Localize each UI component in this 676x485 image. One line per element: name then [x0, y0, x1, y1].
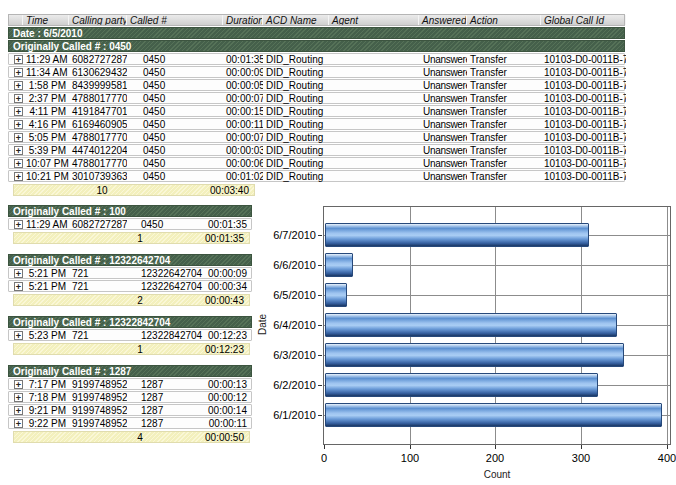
cell-time: 9:21 PM: [23, 405, 69, 416]
group-section: Originally Called # : 12322642704 + 5:21…: [8, 254, 252, 306]
col-answered: Answered: [419, 15, 467, 25]
cell-duration: 00:00:11: [223, 119, 263, 130]
expand-row-icon[interactable]: +: [14, 55, 23, 64]
y-tick-label: 6/2/2010: [252, 379, 316, 391]
y-tick-mark: [318, 415, 322, 416]
cell-calling-party: 9199748952: [69, 379, 127, 390]
cell-time: 10:07 PM: [23, 158, 69, 169]
expand-row-icon[interactable]: +: [14, 331, 23, 340]
expand-row-icon[interactable]: +: [14, 393, 23, 402]
expand-row-icon[interactable]: +: [14, 159, 23, 168]
expand-row-icon[interactable]: +: [14, 94, 23, 103]
expand-row-icon[interactable]: +: [14, 419, 23, 428]
cell-time: 9:22 PM: [23, 418, 69, 429]
cell-answered: Unanswered: [419, 106, 467, 117]
cell-global-call-id: 10103-D0-0011B-77E: [541, 158, 626, 169]
cell-global-call-id: 10103-D0-0011B-76F: [541, 67, 626, 78]
expand-row-icon[interactable]: +: [14, 172, 23, 181]
expand-row-icon[interactable]: +: [14, 68, 23, 77]
originally-called-band: Originally Called # : 0450: [8, 40, 625, 52]
y-tick-mark: [318, 385, 322, 386]
expand-row-icon[interactable]: +: [14, 133, 23, 142]
cell-time: 7:18 PM: [23, 392, 69, 403]
x-tick-mark: [410, 445, 411, 449]
cell-action: Transfer: [467, 93, 541, 104]
cell-duration: 00:00:07: [223, 93, 263, 104]
cell-acd-name: DID_Routing: [263, 106, 329, 117]
cell-duration: 00:00:13: [203, 379, 253, 390]
expand-row-icon[interactable]: +: [14, 107, 23, 116]
cell-duration: 00:00:07: [223, 132, 263, 143]
cell-calling-party: 9199748952: [69, 392, 127, 403]
expander-column-header: [9, 15, 23, 25]
cell-acd-name: DID_Routing: [263, 119, 329, 130]
col-time: Time: [23, 15, 69, 25]
cell-time: 11:34 AM: [23, 67, 69, 78]
col-duration: Duration: [223, 15, 263, 25]
cell-calling-party: 3010739363: [69, 171, 127, 182]
bar-6-6-2010: [325, 253, 353, 277]
summary-total-duration: 00:12:23: [205, 344, 244, 355]
cell-called: 12322642704: [127, 268, 203, 279]
expand-row-icon[interactable]: +: [14, 81, 23, 90]
bar-6-3-2010: [325, 343, 624, 367]
cell-answered: Unanswered: [419, 171, 467, 182]
bar-6-1-2010: [325, 403, 662, 427]
gridline-horizontal: [324, 265, 670, 266]
table-row: + 7:18 PM 9199748952 1287 00:00:12: [8, 391, 252, 403]
y-tick-mark: [318, 325, 322, 326]
cell-called: 0450: [127, 219, 203, 230]
cell-acd-name: DID_Routing: [263, 67, 329, 78]
cell-global-call-id: 10103-D0-0011B-773: [541, 119, 626, 130]
y-tick-label: 6/3/2010: [252, 349, 316, 361]
col-action: Action: [467, 15, 541, 25]
expand-row-icon[interactable]: +: [14, 406, 23, 415]
cell-calling-party: 9199748952: [69, 418, 127, 429]
gridline-horizontal: [324, 295, 670, 296]
cell-global-call-id: 10103-D0-0011B-772: [541, 106, 626, 117]
cell-called: 0450: [127, 158, 223, 169]
cell-time: 4:16 PM: [23, 119, 69, 130]
cell-duration: 00:00:12: [203, 392, 253, 403]
cell-acd-name: DID_Routing: [263, 171, 329, 182]
cell-time: 5:23 PM: [23, 330, 69, 341]
cell-called: 0450: [127, 106, 223, 117]
originally-called-band: Originally Called # : 1287: [8, 365, 252, 377]
cell-global-call-id: 10103-D0-0011B-768: [541, 54, 626, 65]
cell-duration: 00:00:09: [223, 67, 263, 78]
group-summary-row: 1 00:12:23: [13, 343, 250, 355]
table-row: + 11:29 AM 6082727287 0450 00:01:35: [8, 218, 252, 230]
date-group-band: Date : 6/5/2010: [8, 27, 625, 39]
cell-duration: 00:00:15: [223, 106, 263, 117]
cell-duration: 00:12:23: [203, 330, 253, 341]
cell-time: 10:21 PM: [23, 171, 69, 182]
table-row: + 5:05 PM 4788017770 0450 00:00:07 DID_R…: [8, 131, 625, 143]
x-axis-title: Count: [323, 469, 671, 480]
summary-total-duration: 00:00:43: [205, 295, 244, 306]
cell-called: 0450: [127, 54, 223, 65]
cell-time: 2:37 PM: [23, 93, 69, 104]
expand-row-icon[interactable]: +: [14, 380, 23, 389]
expand-row-icon[interactable]: +: [14, 269, 23, 278]
expand-row-icon[interactable]: +: [14, 146, 23, 155]
expand-row-icon[interactable]: +: [14, 282, 23, 291]
summary-call-count: 2: [127, 295, 153, 306]
table-header-row: Time Calling party # Called # Duration A…: [8, 14, 625, 26]
y-tick-label: 6/5/2010: [252, 289, 316, 301]
cell-calling-party: 4474012204: [69, 145, 127, 156]
cell-acd-name: DID_Routing: [263, 158, 329, 169]
table-row: + 4:11 PM 4191847701 0450 00:00:15 DID_R…: [8, 105, 625, 117]
cell-time: 7:17 PM: [23, 379, 69, 390]
originally-called-band: Originally Called # : 12322842704: [8, 316, 252, 328]
group-summary-row: 4 00:00:50: [13, 431, 250, 443]
table-row: + 5:23 PM 721 12322842704 00:12:23: [8, 329, 252, 341]
cell-answered: Unanswered: [419, 54, 467, 65]
cell-time: 11:29 AM: [23, 219, 69, 230]
expand-row-icon[interactable]: +: [14, 220, 23, 229]
cell-global-call-id: 10103-D0-0011B-774: [541, 132, 626, 143]
cell-time: 5:39 PM: [23, 145, 69, 156]
cell-called: 1287: [127, 405, 203, 416]
expand-row-icon[interactable]: +: [14, 120, 23, 129]
cell-action: Transfer: [467, 119, 541, 130]
table-row: + 5:21 PM 721 12322642704 00:00:34: [8, 280, 252, 292]
